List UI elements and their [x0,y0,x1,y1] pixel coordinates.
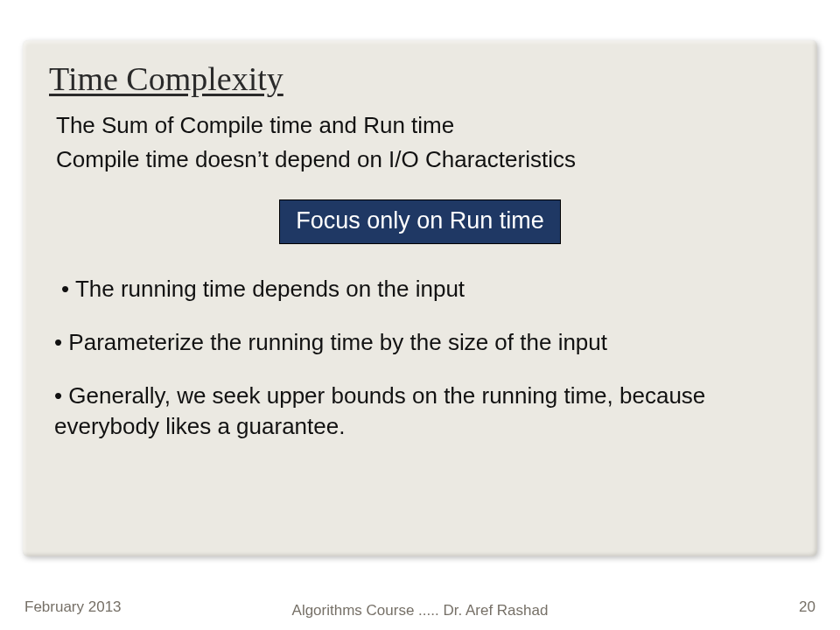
bullet-item: • Generally, we seek upper bounds on the… [54,381,791,442]
content-panel: Time Complexity The Sum of Compile time … [23,40,817,556]
slide: Time Complexity The Sum of Compile time … [0,0,840,630]
bullet-dot-icon: • [54,327,62,358]
bullet-text: Generally, we seek upper bounds on the r… [54,382,705,439]
slide-title: Time Complexity [49,60,791,98]
body-line-2: Compile time doesn’t depend on I/O Chara… [56,144,791,175]
slide-footer: February 2013 Algorithms Course ..... Dr… [24,593,816,620]
bullet-dot-icon: • [54,381,62,411]
bullet-item: • The running time depends on the input [54,274,791,304]
bullet-text: Parameterize the running time by the siz… [68,329,607,355]
bullet-list: • The running time depends on the input … [54,274,791,442]
callout-container: Focus only on Run time [49,200,791,244]
body-line-1: The Sum of Compile time and Run time [56,110,791,141]
bullet-item: • Parameterize the running time by the s… [54,327,791,358]
footer-center: Algorithms Course ..... Dr. Aref Rashad [24,602,816,620]
bullet-text: The running time depends on the input [75,276,465,302]
bullet-dot-icon: • [61,274,69,304]
footer-page-number: 20 [799,598,816,616]
focus-callout: Focus only on Run time [279,200,561,244]
